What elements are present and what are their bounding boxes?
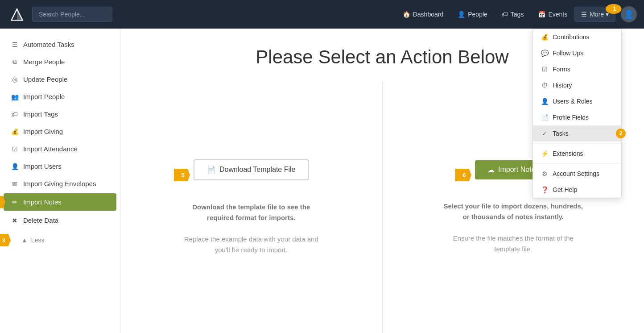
download-template-button[interactable]: 📄 Download Template File (194, 159, 309, 180)
import-users-icon: 👤 (11, 163, 19, 170)
cloud-icon: ☁ (487, 166, 495, 174)
more-dropdown: 💰 Contributions 💬 Follow Ups ☑ Forms ⏱ H… (533, 29, 622, 198)
sidebar-item-automated-tasks[interactable]: ☰ Automated Tasks (0, 36, 120, 53)
import-giving-icon: 💰 (11, 128, 19, 135)
update-people-icon: ◎ (11, 76, 19, 83)
download-card: 5 📄 Download Template File Download the … (120, 81, 383, 333)
dropdown-item-profile-fields[interactable]: 📄 Profile Fields (533, 109, 621, 125)
sidebar-item-import-giving-envelopes[interactable]: ✉ Import Giving Envelopes (0, 175, 120, 192)
dropdown-divider-2 (533, 163, 621, 164)
get-help-icon: ❓ (541, 186, 548, 193)
dropdown-item-follow-ups[interactable]: 💬 Follow Ups (533, 45, 621, 61)
file-icon: 📄 (207, 166, 216, 174)
user-icon: 👤 (624, 9, 634, 19)
import-attendance-icon: ☑ (11, 146, 19, 153)
extensions-icon: ⚡ (541, 150, 548, 157)
forms-icon: ☑ (541, 66, 548, 73)
sidebar-item-import-attendance[interactable]: ☑ Import Attendance (0, 140, 120, 158)
more-btn-wrapper: ☰ More ▾ 1 (574, 7, 615, 22)
menu-icon: ☰ (581, 11, 587, 18)
nav-events[interactable]: 📅 Events (531, 7, 574, 21)
nav-people[interactable]: 👤 People (450, 7, 495, 21)
dropdown-item-users-roles[interactable]: 👤 Users & Roles (533, 93, 621, 109)
events-icon: 📅 (538, 11, 545, 18)
import-envelopes-icon: ✉ (11, 180, 19, 187)
sidebar-item-update-people[interactable]: ◎ Update People (0, 71, 120, 88)
import-tags-icon: 🏷 (11, 111, 19, 118)
users-roles-icon: 👤 (541, 98, 548, 105)
dropdown-divider (533, 143, 621, 144)
less-badge: 3 (0, 234, 11, 246)
sidebar-item-import-people[interactable]: 👥 Import People (0, 88, 120, 105)
less-button[interactable]: ▲ Less (11, 232, 55, 249)
sidebar: ☰ Automated Tasks ⧉ Merge People ◎ Updat… (0, 29, 120, 333)
more-badge: 1 (606, 4, 622, 14)
download-badge: 5 (174, 169, 190, 181)
download-description: Download the template file to see the re… (180, 202, 322, 255)
dropdown-item-forms[interactable]: ☑ Forms (533, 61, 621, 77)
nav-dashboard[interactable]: 🏠 Dashboard (396, 7, 451, 21)
avatar[interactable]: 👤 (621, 6, 637, 22)
tasks-icon: ✓ (541, 130, 548, 137)
dropdown-item-history[interactable]: ⏱ History (533, 77, 621, 93)
sidebar-item-merge-people[interactable]: ⧉ Merge People (0, 53, 120, 71)
logo[interactable] (7, 4, 27, 24)
search-input[interactable] (32, 7, 112, 22)
people-icon: 👤 (458, 11, 465, 18)
import-people-icon: 👥 (11, 93, 19, 100)
follow-ups-icon: 💬 (541, 50, 548, 57)
history-icon: ⏱ (541, 82, 548, 89)
svg-marker-2 (17, 8, 23, 21)
account-settings-icon: ⚙ (541, 170, 548, 177)
import-notes-icon: ✏ (11, 199, 19, 206)
import-btn-badge: 6 (455, 169, 471, 181)
dropdown-item-get-help[interactable]: ❓ Get Help (533, 182, 621, 198)
home-icon: 🏠 (403, 11, 410, 18)
merge-people-icon: ⧉ (11, 58, 19, 66)
nav-tags[interactable]: 🏷 Tags (495, 7, 531, 21)
sidebar-item-import-tags[interactable]: 🏷 Import Tags (0, 105, 120, 123)
chevron-up-icon: ▲ (21, 237, 28, 244)
automated-tasks-icon: ☰ (11, 41, 19, 48)
import-description: Select your file to import dozens, hundr… (442, 201, 585, 254)
dropdown-item-account-settings[interactable]: ⚙ Account Settings (533, 166, 621, 182)
delete-data-icon: ✖ (11, 217, 19, 224)
dropdown-item-tasks[interactable]: ✓ Tasks 2 (533, 125, 621, 142)
header-nav: 🏠 Dashboard 👤 People 🏷 Tags 📅 Events ☰ M… (396, 6, 637, 22)
tags-icon: 🏷 (502, 11, 508, 18)
dropdown-item-extensions[interactable]: ⚡ Extensions (533, 146, 621, 162)
dropdown-item-contributions[interactable]: 💰 Contributions (533, 29, 621, 45)
sidebar-item-delete-data[interactable]: ✖ Delete Data (0, 212, 120, 229)
contributions-icon: 💰 (541, 33, 548, 41)
sidebar-item-import-notes[interactable]: ✏ Import Notes (4, 193, 116, 211)
profile-fields-icon: 📄 (541, 114, 548, 121)
sidebar-item-import-users[interactable]: 👤 Import Users (0, 158, 120, 175)
sidebar-item-import-giving[interactable]: 💰 Import Giving (0, 123, 120, 140)
header: 🏠 Dashboard 👤 People 🏷 Tags 📅 Events ☰ M… (0, 0, 644, 29)
tasks-badge: 2 (616, 129, 626, 138)
